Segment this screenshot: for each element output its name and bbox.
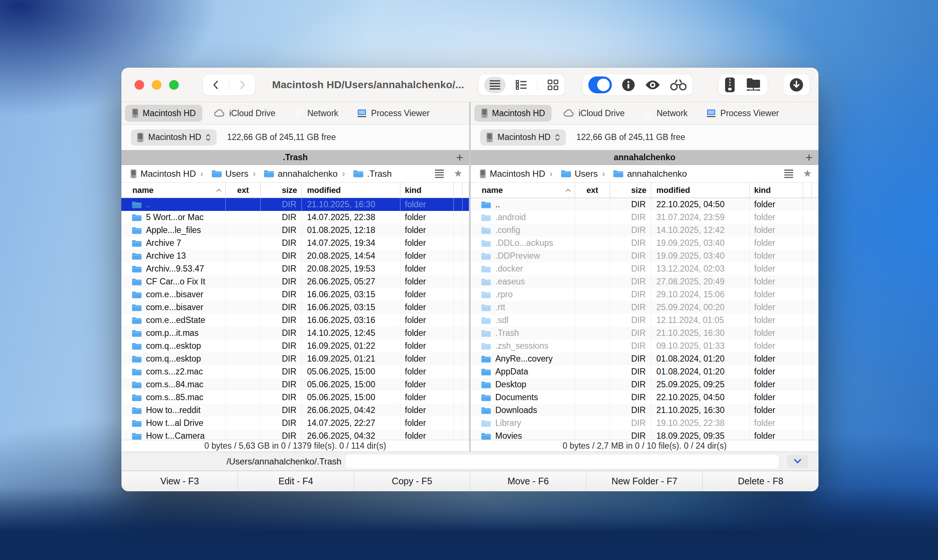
list-view-button[interactable] <box>484 77 506 93</box>
breadcrumb-item[interactable]: Macintosh HD <box>480 169 545 179</box>
table-row[interactable]: Documents DIR 22.10.2025, 04:50 folder <box>471 391 819 404</box>
table-row[interactable]: 5 Wort...or Mac DIR 14.07.2025, 22:38 fo… <box>121 211 469 224</box>
close-button[interactable] <box>134 80 144 90</box>
download-button[interactable] <box>789 77 804 92</box>
info-button[interactable] <box>622 78 636 92</box>
table-row[interactable]: .rpro DIR 29.10.2024, 15:06 folder <box>471 288 819 301</box>
archive-button[interactable] <box>724 77 735 92</box>
search-button[interactable] <box>670 78 687 91</box>
table-row[interactable]: com.q...esktop DIR 16.09.2025, 01:22 fol… <box>121 340 469 352</box>
column-modified[interactable]: modified <box>651 183 750 198</box>
table-row[interactable]: Archive 13 DIR 20.08.2025, 14:54 folder <box>121 249 469 262</box>
table-row[interactable]: .DDLo...ackups DIR 19.09.2025, 03:40 fol… <box>471 237 819 249</box>
file-ext <box>226 391 261 404</box>
device-tab[interactable]: iCloud Drive <box>207 105 282 122</box>
table-row[interactable]: .easeus DIR 27.08.2025, 20:49 folder <box>471 275 819 288</box>
column-size[interactable]: size <box>261 183 302 198</box>
table-row[interactable]: .sdl DIR 12.11.2024, 01:05 folder <box>471 314 819 327</box>
function-button[interactable]: Move - F6 <box>470 471 586 491</box>
table-row[interactable]: com.q...esktop DIR 16.09.2025, 01:21 fol… <box>121 352 469 365</box>
table-row[interactable]: com.s...85.mac DIR 05.06.2025, 15:00 fol… <box>121 391 469 404</box>
table-row[interactable]: com.p...it.mas DIR 14.10.2025, 12:45 fol… <box>121 327 469 340</box>
list-menu-icon[interactable] <box>783 169 794 178</box>
add-tab-button[interactable]: + <box>456 150 463 165</box>
minimize-button[interactable] <box>152 80 161 90</box>
breadcrumb-item[interactable]: annahalchenko <box>597 169 687 179</box>
column-modified[interactable]: modified <box>302 183 400 198</box>
breadcrumb-item[interactable]: Users <box>545 169 598 179</box>
table-row[interactable]: .. DIR 22.10.2025, 04:50 folder <box>471 198 819 211</box>
table-row[interactable]: .android DIR 31.07.2024, 23:59 folder <box>471 211 819 224</box>
breadcrumb-item[interactable]: .Trash <box>338 169 392 179</box>
favorite-star-icon[interactable]: ★ <box>454 169 463 178</box>
function-button[interactable]: Copy - F5 <box>354 471 470 491</box>
drive-selector[interactable]: Macintosh HD <box>131 129 217 146</box>
table-row[interactable]: Downloads DIR 21.10.2025, 16:30 folder <box>471 404 819 417</box>
device-tab[interactable]: Macintosh HD <box>125 105 202 122</box>
column-kind[interactable]: kind <box>750 183 803 198</box>
breadcrumb-item[interactable]: annahalchenko <box>248 169 338 179</box>
device-tab[interactable]: Macintosh HD <box>474 105 552 122</box>
function-button[interactable]: Delete - F8 <box>702 471 819 491</box>
column-name[interactable]: name <box>471 183 575 198</box>
back-button[interactable] <box>203 74 229 95</box>
table-row[interactable]: .Trash DIR 21.10.2025, 16:30 folder <box>471 327 819 340</box>
right-file-list[interactable]: .. DIR 22.10.2025, 04:50 folder .android… <box>471 198 819 440</box>
table-row[interactable]: Desktop DIR 25.09.2025, 09:25 folder <box>471 378 819 391</box>
forward-button[interactable] <box>230 74 256 95</box>
function-button[interactable]: View - F3 <box>121 471 238 491</box>
table-row[interactable]: .zsh_sessions DIR 09.10.2025, 01:33 fold… <box>471 340 819 352</box>
right-folder-tab-bar[interactable]: annahalchenko + <box>471 150 819 165</box>
table-row[interactable]: AppData DIR 01.08.2024, 01:20 folder <box>471 365 819 378</box>
table-row[interactable]: .DDPreview DIR 19.09.2025, 03:40 folder <box>471 249 819 262</box>
function-button[interactable]: New Folder - F7 <box>586 471 702 491</box>
table-row[interactable]: Movies DIR 18.09.2025, 09:35 folder <box>471 429 819 440</box>
command-history-button[interactable] <box>787 455 808 468</box>
device-tab[interactable]: Process Viewer <box>699 105 785 122</box>
table-row[interactable]: com.e...bisaver DIR 16.06.2025, 03:15 fo… <box>121 288 469 301</box>
device-tab[interactable]: Network <box>287 105 345 122</box>
table-row[interactable]: How t...Camera DIR 26.06.2025, 04:32 fol… <box>121 429 469 440</box>
device-tab[interactable]: Network <box>637 105 694 122</box>
left-file-list[interactable]: .. DIR 21.10.2025, 16:30 folder 5 Wort..… <box>121 198 469 440</box>
column-name[interactable]: name <box>121 183 226 198</box>
network-share-button[interactable] <box>745 77 762 92</box>
device-tab[interactable]: Process Viewer <box>350 105 436 122</box>
function-button[interactable]: Edit - F4 <box>238 471 354 491</box>
column-ext[interactable]: ext <box>575 183 610 198</box>
table-row[interactable]: Library DIR 19.10.2025, 22:38 folder <box>471 417 819 429</box>
dual-pane-toggle[interactable] <box>588 77 612 93</box>
add-tab-button[interactable]: + <box>805 150 813 165</box>
preview-button[interactable] <box>645 79 660 91</box>
column-size[interactable]: size <box>610 183 651 198</box>
breadcrumb-item[interactable]: Macintosh HD <box>130 169 196 179</box>
table-row[interactable]: .rtt DIR 25.09.2024, 00:20 folder <box>471 301 819 314</box>
table-row[interactable]: .docker DIR 13.12.2024, 02:03 folder <box>471 262 819 275</box>
table-row[interactable]: How t...al Drive DIR 14.07.2025, 22:27 f… <box>121 417 469 429</box>
favorite-star-icon[interactable]: ★ <box>803 169 812 178</box>
column-kind[interactable]: kind <box>400 183 454 198</box>
table-row[interactable]: com.s...z2.mac DIR 05.06.2025, 15:00 fol… <box>121 365 469 378</box>
command-input[interactable] <box>345 455 779 469</box>
table-row[interactable]: CF Car...o Fix It DIR 26.06.2025, 05:27 … <box>121 275 469 288</box>
zoom-button[interactable] <box>169 80 179 90</box>
drive-selector[interactable]: Macintosh HD <box>480 129 566 146</box>
table-row[interactable]: com.e...bisaver DIR 16.06.2025, 03:15 fo… <box>121 301 469 314</box>
table-row[interactable]: .config DIR 14.10.2025, 12:42 folder <box>471 224 819 237</box>
table-row[interactable]: Archiv...9.53.47 DIR 20.08.2025, 19:53 f… <box>121 262 469 275</box>
table-row[interactable]: AnyRe...covery DIR 01.08.2024, 01:20 fol… <box>471 352 819 365</box>
detail-view-button[interactable] <box>515 79 528 91</box>
table-row[interactable]: Archive 7 DIR 14.07.2025, 19:34 folder <box>121 237 469 249</box>
row-spacer <box>803 378 812 391</box>
left-folder-tab-bar[interactable]: .Trash + <box>121 150 469 165</box>
device-tab[interactable]: iCloud Drive <box>557 105 631 122</box>
table-row[interactable]: Apple...le_files DIR 01.08.2025, 12:18 f… <box>121 224 469 237</box>
table-row[interactable]: How to...reddit DIR 26.06.2025, 04:42 fo… <box>121 404 469 417</box>
breadcrumb-item[interactable]: Users <box>196 169 248 179</box>
table-row[interactable]: .. DIR 21.10.2025, 16:30 folder <box>121 198 469 211</box>
list-menu-icon[interactable] <box>434 169 445 178</box>
column-ext[interactable]: ext <box>226 183 261 198</box>
table-row[interactable]: com.e...edState DIR 16.06.2025, 03:16 fo… <box>121 314 469 327</box>
grid-view-button[interactable] <box>547 79 559 91</box>
table-row[interactable]: com.s...84.mac DIR 05.06.2025, 15:00 fol… <box>121 378 469 391</box>
